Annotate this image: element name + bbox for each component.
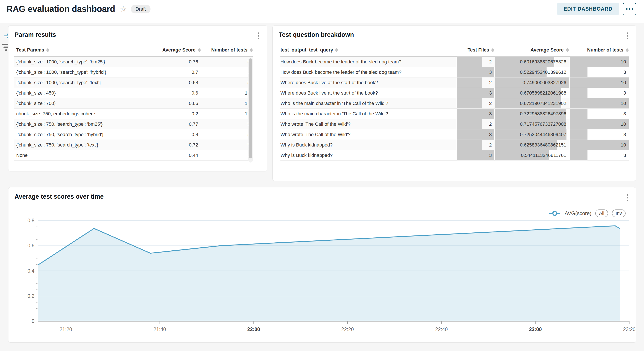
cell-average-score: 0.6258336480862151 (495, 140, 569, 150)
card-menu-kebab-icon[interactable] (256, 31, 260, 41)
table-row: Who is the main character in 'The Call o… (280, 109, 629, 119)
data-bar (457, 129, 494, 140)
question-table-body: How does Buck become the leader of the s… (280, 57, 629, 161)
param-table-body: {'chunk_size': 1000, 'search_type': 'bm2… (14, 57, 253, 161)
table-row: {'chunk_size': 750, 'search_type': 'hybr… (14, 129, 253, 140)
table-row: None 0.44 5 (14, 150, 253, 161)
table-row: Who wrote 'The Call of the Wild'? 3 0.72… (280, 129, 629, 140)
table-row: {'chunk_size': 1000, 'search_type': 'hyb… (14, 67, 253, 77)
cell-average-score: 0.2 (142, 109, 201, 119)
cell-average-score: 0.7 (142, 67, 201, 77)
favorite-star-icon[interactable]: ☆ (120, 5, 127, 13)
cell-number-of-tests: 3 (570, 67, 629, 77)
table-row: {'chunk_size': 750, 'search_type': 'bm25… (14, 119, 253, 129)
cell-test-query: Who is the main character in 'The Call o… (280, 101, 456, 106)
cell-number-of-tests: 3 (570, 88, 629, 98)
cell-test-query: How does Buck become the leader of the s… (280, 59, 456, 65)
cell-average-score: 0.6 (142, 88, 201, 98)
avg-score-area-chart[interactable]: 00.20.40.60.821:2021:4022:0022:2022:4023… (8, 187, 636, 339)
cell-number-of-tests: 5 (201, 119, 253, 129)
cell-test-query: Why is Buck kidnapped? (280, 142, 456, 148)
cell-average-score: 0.6705898212061988 (495, 88, 569, 98)
data-bar (570, 77, 629, 88)
data-bar (457, 150, 494, 160)
table-row: How does Buck become the leader of the s… (280, 67, 629, 77)
cell-test-files: 2 (457, 57, 494, 67)
cell-test-files: 2 (457, 140, 494, 150)
table-row: Why is Buck kidnapped? 3 0.5441113246811… (280, 150, 629, 161)
sort-icon[interactable] (335, 48, 338, 52)
cell-average-score: 0.7174576733727008 (495, 119, 569, 129)
cell-test-query: Who is the main character in 'The Call o… (280, 111, 456, 117)
sort-icon[interactable] (250, 48, 253, 52)
cell-average-score: 0.77 (142, 119, 201, 129)
cell-test-params: {'chunk_size': 1000, 'search_type': 'bm2… (14, 59, 142, 65)
cell-test-files: 3 (457, 67, 494, 77)
cell-test-params: {'chunk_size': 450} (14, 90, 142, 96)
table-row: Where does Buck live at the start of the… (280, 77, 629, 88)
sort-icon[interactable] (198, 48, 201, 52)
sort-icon[interactable] (566, 48, 569, 52)
data-bar (457, 77, 482, 88)
data-bar (570, 57, 629, 67)
cell-number-of-tests: 15 (201, 88, 253, 98)
sort-icon[interactable] (626, 48, 629, 52)
cell-test-files: 3 (457, 109, 494, 119)
x-axis-label: 22:40 (435, 327, 448, 332)
more-options-button[interactable] (623, 3, 636, 15)
sort-icon[interactable] (46, 48, 49, 52)
x-axis-label: 22:00 (247, 327, 260, 332)
table-row: {'chunk_size': 700} 0.66 15 (14, 98, 253, 109)
table-row: {'chunk_size': 1000, 'search_type': 'tex… (14, 77, 253, 88)
sort-icon[interactable] (491, 48, 494, 52)
cell-test-files: 2 (457, 119, 494, 129)
data-bar (570, 88, 588, 98)
table-scrollbar[interactable] (248, 58, 253, 163)
y-axis-label: 0.2 (28, 293, 34, 299)
card-title: Param results (14, 31, 56, 38)
cell-average-score: 0.5229452401399612 (495, 67, 569, 77)
data-bar (457, 140, 482, 150)
dot (632, 8, 633, 10)
column-header: Number of tests (587, 47, 624, 53)
param-results-table: Test Params Average Score Number of test… (14, 47, 253, 161)
page-title: RAG evaluation dashboard (6, 4, 115, 14)
param-results-card: Param results Test Params Average Score … (8, 25, 267, 171)
scrollbar-thumb[interactable] (249, 58, 252, 158)
y-axis-label: 0 (32, 318, 34, 324)
cell-average-score: 0.7253044446309407 (495, 129, 569, 140)
card-menu-kebab-icon[interactable] (626, 31, 630, 41)
column-header: Test Params (14, 47, 44, 53)
y-axis-label: 0.8 (28, 218, 34, 223)
cell-test-params: {'chunk_size': 750, 'search_type': 'hybr… (14, 132, 142, 137)
table-header-row: test_output_test_query Test Files Averag… (280, 47, 629, 57)
cell-number-of-tests: 5 (201, 77, 253, 88)
cell-average-score: 0.72 (142, 140, 201, 150)
table-row: Why is Buck kidnapped? 2 0.6258336480862… (280, 140, 629, 150)
table-row: Who wrote 'The Call of the Wild'? 2 0.71… (280, 119, 629, 129)
cell-test-params: {'chunk_size': 1000, 'search_type': 'hyb… (14, 69, 142, 75)
scores-over-time-card: Average test scores over time AVG(score)… (8, 187, 636, 343)
cell-test-query: Who wrote 'The Call of the Wild'? (280, 132, 456, 137)
x-axis-label: 21:20 (60, 327, 72, 332)
cell-test-query: Why is Buck kidnapped? (280, 153, 456, 158)
cell-test-files: 3 (457, 129, 494, 140)
data-bar (570, 98, 629, 108)
cell-average-score: 0.749000003327926 (495, 77, 569, 88)
cell-test-params: None (14, 153, 142, 158)
table-row: {'chunk_size': 450} 0.6 15 (14, 88, 253, 98)
edit-dashboard-button[interactable]: EDIT DASHBOARD (557, 2, 619, 15)
cell-test-query: How does Buck become the leader of the s… (280, 69, 456, 75)
cell-number-of-tests: 3 (570, 109, 629, 119)
x-axis-label: 22:20 (341, 327, 354, 332)
column-header: test_output_test_query (280, 47, 333, 53)
cell-number-of-tests: 10 (570, 77, 629, 88)
cell-number-of-tests: 3 (570, 150, 629, 160)
cell-test-query: Where does Buck live at the start of the… (280, 80, 456, 85)
cell-test-files: 3 (457, 88, 494, 98)
data-bar (570, 109, 588, 119)
cell-test-params: chunk_size: 750, embeddings:cohere (14, 111, 142, 117)
data-bar (570, 140, 629, 150)
data-bar (457, 88, 494, 98)
table-row: Who is the main character in 'The Call o… (280, 98, 629, 109)
